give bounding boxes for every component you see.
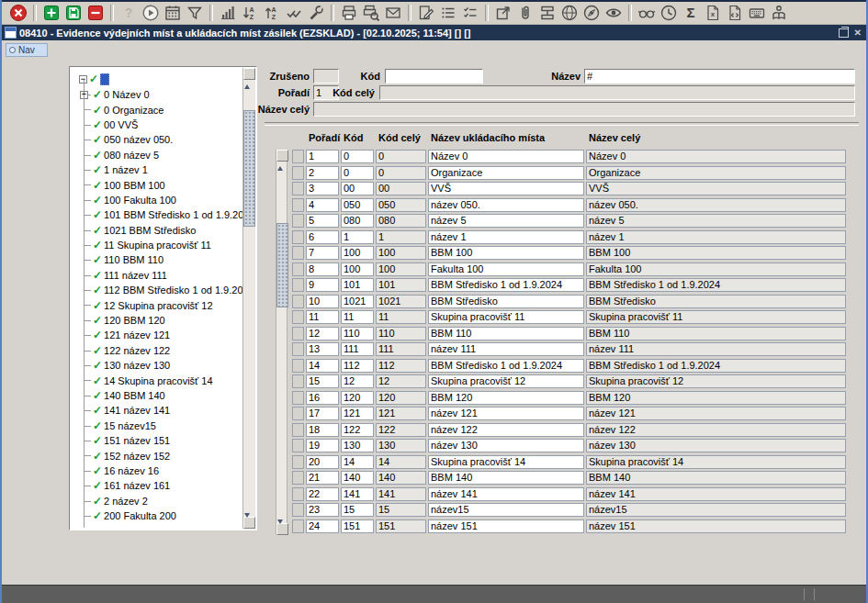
add-icon[interactable] xyxy=(40,3,62,23)
globe-icon[interactable] xyxy=(558,3,581,23)
table-row[interactable]: 611název 1název 1 xyxy=(292,230,846,247)
cell[interactable]: 121 xyxy=(341,407,374,420)
table-row[interactable]: 201414Skupina pracovišť 14Skupina pracov… xyxy=(292,455,846,472)
tree-item[interactable]: ✓161 název 161 xyxy=(72,478,242,493)
sum-icon[interactable]: Σ xyxy=(680,3,702,23)
row-selector[interactable] xyxy=(292,214,304,228)
cell[interactable]: 151 xyxy=(376,519,426,533)
cell[interactable]: název 141 xyxy=(428,487,584,501)
save-icon[interactable] xyxy=(62,3,85,23)
tree-item[interactable]: ✓152 název 152 xyxy=(72,448,242,463)
row-selector[interactable] xyxy=(292,519,304,533)
table-row[interactable]: 19130130název 130název 130 xyxy=(292,439,846,455)
excel-export-icon[interactable]: x xyxy=(702,3,724,23)
tree-item[interactable]: +✓0 Název 0 xyxy=(72,87,242,102)
cell[interactable]: 12 xyxy=(376,374,426,388)
run-icon[interactable] xyxy=(140,3,162,23)
cell[interactable]: 11 xyxy=(376,310,426,324)
cell[interactable]: 130 xyxy=(341,439,374,452)
cell[interactable]: Název 0 xyxy=(428,150,584,163)
cell[interactable]: BBM 120 xyxy=(428,391,584,405)
cell[interactable]: název 151 xyxy=(586,519,846,533)
cell[interactable]: BBM 140 xyxy=(586,471,846,485)
cell[interactable]: 14 xyxy=(341,455,374,469)
table-row[interactable]: 111111Skupina pracovišť 11Skupina pracov… xyxy=(292,310,846,327)
tree-item[interactable]: ✓141 název 141 xyxy=(72,403,242,418)
row-selector[interactable] xyxy=(292,182,304,195)
cell[interactable]: 122 xyxy=(376,423,426,437)
row-selector[interactable] xyxy=(292,391,304,405)
tree-item[interactable]: ✓21 název 21 xyxy=(72,523,242,528)
mail-icon[interactable] xyxy=(382,3,404,23)
cell[interactable]: BBM 140 xyxy=(428,471,584,485)
cell[interactable]: Organizace xyxy=(586,166,846,180)
cell[interactable]: název 5 xyxy=(428,214,584,228)
window-titlebar[interactable]: 08410 - Evidence výdejních míst a ukláda… xyxy=(2,25,866,40)
cell[interactable]: 100 xyxy=(376,262,426,276)
close-icon[interactable]: ✕ xyxy=(854,28,862,38)
tree-item[interactable]: ✓101 BBM Středisko 1 od 1.9.2024 xyxy=(72,207,242,222)
cell[interactable]: Skupina pracovišť 11 xyxy=(586,310,846,324)
sort-desc-icon[interactable]: AZ xyxy=(239,3,261,23)
tree-item[interactable]: ✓15 název15 xyxy=(72,419,242,433)
table-row[interactable]: 21140140BBM 140BBM 140 xyxy=(292,471,846,487)
table-row[interactable]: 5080080název 5název 5 xyxy=(292,214,846,230)
cell[interactable]: název 050. xyxy=(428,198,584,212)
tree-item[interactable]: ✓16 název 16 xyxy=(72,463,242,478)
cell[interactable]: 12 xyxy=(341,374,374,388)
cell[interactable]: 9 xyxy=(306,278,339,292)
cell[interactable]: název 5 xyxy=(586,214,846,228)
cell[interactable]: 100 xyxy=(341,246,374,260)
cell[interactable]: název 130 xyxy=(428,439,584,452)
cell[interactable]: 15 xyxy=(376,503,426,517)
cell[interactable]: 21 xyxy=(306,471,339,485)
cell[interactable]: 3 xyxy=(306,182,339,195)
cell[interactable]: 15 xyxy=(341,503,374,517)
history-icon[interactable] xyxy=(658,3,680,23)
cell[interactable]: 130 xyxy=(376,439,426,452)
table-row[interactable]: 231515název15název15 xyxy=(292,503,846,519)
cell[interactable]: 24 xyxy=(306,519,339,533)
tree-item[interactable]: ✓112 BBM Středisko 1 od 1.9.2024 xyxy=(72,283,242,297)
cell[interactable]: Skupina pracovišť 12 xyxy=(428,374,584,388)
table-row[interactable]: 200OrganizaceOrganizace xyxy=(292,166,846,183)
cell[interactable]: 0 xyxy=(341,166,374,180)
table-row[interactable]: 17121121název 121název 121 xyxy=(292,407,846,423)
cell[interactable]: 141 xyxy=(341,487,374,501)
cell[interactable]: 141 xyxy=(376,487,426,501)
cell[interactable]: 0 xyxy=(376,150,426,163)
table-row[interactable]: 1010211021BBM StřediskoBBM Středisko xyxy=(292,295,846,311)
cell[interactable]: 140 xyxy=(341,471,374,485)
cell[interactable]: 12 xyxy=(306,327,339,341)
stop-icon[interactable] xyxy=(7,3,29,23)
cell[interactable]: 8 xyxy=(306,262,339,276)
row-selector[interactable] xyxy=(292,230,304,244)
cell[interactable]: 17 xyxy=(306,407,339,420)
cell[interactable]: Organizace xyxy=(428,166,584,180)
cell[interactable]: 100 xyxy=(376,246,426,260)
scroll-down-icon[interactable] xyxy=(276,523,288,535)
help-icon[interactable]: ? xyxy=(118,3,140,23)
checklist-icon[interactable] xyxy=(459,3,481,23)
tree-root-node[interactable]: − ✓ xyxy=(72,71,242,87)
cell[interactable]: 122 xyxy=(341,423,374,437)
tree-item[interactable]: ✓122 název 122 xyxy=(72,343,242,358)
cell[interactable]: 23 xyxy=(306,503,339,517)
list-icon[interactable] xyxy=(437,3,459,23)
table-row[interactable]: 18122122název 122název 122 xyxy=(292,423,846,440)
cell[interactable]: 151 xyxy=(341,519,374,533)
cell[interactable]: 100 xyxy=(341,262,374,276)
row-selector[interactable] xyxy=(292,423,304,437)
tree-item[interactable]: ✓100 BBM 100 xyxy=(72,177,242,192)
cell[interactable]: 2 xyxy=(306,166,339,180)
row-selector[interactable] xyxy=(292,487,304,501)
cell[interactable]: název 151 xyxy=(428,519,584,533)
sort-asc-icon[interactable]: AZ xyxy=(261,3,283,23)
compass-icon[interactable] xyxy=(581,3,603,23)
row-selector[interactable] xyxy=(292,471,304,485)
row-selector[interactable] xyxy=(292,327,304,341)
print-icon[interactable] xyxy=(338,3,360,23)
row-selector[interactable] xyxy=(292,150,304,163)
tree-item[interactable]: ✓200 Fakulta 200 xyxy=(72,508,242,523)
eye-icon[interactable] xyxy=(603,3,625,23)
